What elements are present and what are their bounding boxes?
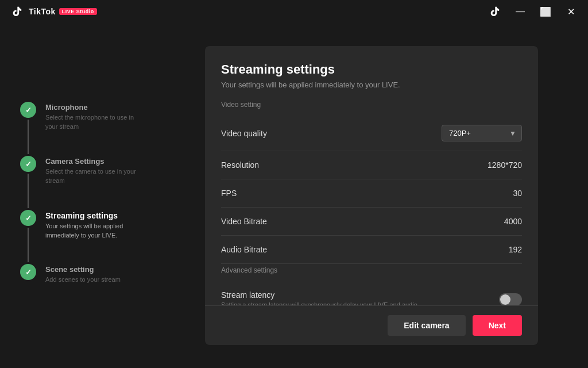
main-layout: ✓ Microphone Select the microphone to us… (0, 23, 588, 368)
check-icon-microphone: ✓ (25, 106, 32, 114)
check-icon-camera: ✓ (25, 160, 32, 168)
resolution-label: Resolution (221, 160, 259, 170)
resolution-value: 1280*720 (488, 160, 522, 170)
wizard-sidebar: ✓ Microphone Select the microphone to us… (0, 23, 178, 368)
tiktok-music-icon (9, 3, 25, 20)
advanced-section: Advanced settings Stream latency Setting… (221, 266, 522, 305)
step-title-streaming: Streaming settings (45, 211, 137, 220)
check-icon-scene: ✓ (25, 268, 32, 277)
step-desc-camera: Select the camera to use in your stream (45, 167, 137, 185)
step-circle-microphone: ✓ (20, 102, 36, 118)
titlebar: TikTok LIVE Studio — ⬜ ✕ (0, 0, 588, 23)
step-content-streaming: Streaming settings Your settings will be… (45, 210, 137, 244)
video-quality-row: Video quality 360P 480P 720P 720P+ 1080P… (221, 116, 522, 151)
settings-footer: Edit camera Next (205, 305, 538, 345)
wizard-step-scene: ✓ Scene setting Add scenes to your strea… (20, 264, 158, 289)
step-circle-streaming: ✓ (20, 210, 36, 226)
app-name: TikTok (29, 7, 56, 16)
video-bitrate-value: 4000 (504, 217, 522, 226)
step-line-2 (28, 174, 29, 208)
audio-bitrate-label: Audio Bitrate (221, 245, 267, 254)
wizard-steps: ✓ Microphone Select the microphone to us… (20, 102, 158, 289)
advanced-section-label: Advanced settings (221, 266, 522, 274)
fps-row: FPS 30 (221, 179, 522, 208)
video-quality-label: Video quality (221, 129, 267, 138)
step-connector-camera: ✓ (20, 156, 36, 210)
audio-bitrate-row: Audio Bitrate 192 (221, 236, 522, 264)
wizard-step-microphone: ✓ Microphone Select the microphone to us… (20, 102, 158, 156)
close-button[interactable]: ✕ (563, 3, 579, 20)
step-content-microphone: Microphone Select the microphone to use … (45, 102, 137, 136)
step-connector-microphone: ✓ (20, 102, 36, 156)
settings-header: Streaming settings Your settings will be… (205, 46, 538, 98)
toggle-knob (500, 294, 510, 305)
step-desc-scene: Add scenes to your stream (45, 275, 121, 284)
live-badge: LIVE Studio (59, 8, 97, 15)
video-quality-select[interactable]: 360P 480P 720P 720P+ 1080P (442, 125, 522, 141)
check-icon-streaming: ✓ (25, 214, 32, 223)
step-desc-microphone: Select the microphone to use in your str… (45, 113, 137, 131)
stream-latency-desc: Setting a stream latency will synchronou… (221, 301, 499, 305)
step-content-camera: Camera Settings Select the camera to use… (45, 156, 137, 190)
stream-latency-title: Stream latency (221, 290, 499, 300)
video-bitrate-label: Video Bitrate (221, 217, 267, 226)
step-title-camera: Camera Settings (45, 157, 137, 166)
video-section-label: Video setting (221, 101, 522, 109)
settings-title: Streaming settings (221, 62, 522, 77)
next-button[interactable]: Next (473, 315, 522, 336)
fps-label: FPS (221, 189, 237, 198)
wizard-step-camera: ✓ Camera Settings Select the camera to u… (20, 156, 158, 210)
stream-latency-header: Stream latency Setting a stream latency … (221, 290, 522, 305)
audio-bitrate-value: 192 (509, 245, 522, 254)
fps-value: 30 (513, 189, 522, 198)
step-title-microphone: Microphone (45, 103, 137, 112)
step-title-scene: Scene setting (45, 265, 121, 274)
video-quality-select-wrapper: 360P 480P 720P 720P+ 1080P ▼ (442, 125, 522, 141)
video-bitrate-row: Video Bitrate 4000 (221, 208, 522, 236)
wizard-step-streaming: ✓ Streaming settings Your settings will … (20, 210, 158, 264)
content-panel: Streaming settings Your settings will be… (178, 23, 588, 368)
step-circle-scene: ✓ (20, 264, 36, 280)
step-line-3 (28, 228, 29, 262)
settings-body: Video setting Video quality 360P 480P 72… (205, 98, 538, 305)
resolution-row: Resolution 1280*720 (221, 151, 522, 179)
stream-latency-row: Stream latency Setting a stream latency … (221, 281, 522, 305)
app-logo: TikTok LIVE Studio (9, 3, 97, 20)
step-circle-camera: ✓ (20, 156, 36, 172)
step-line-1 (28, 120, 29, 154)
maximize-button[interactable]: ⬜ (537, 3, 554, 20)
settings-subtitle: Your settings will be applied immediatel… (221, 80, 522, 89)
step-connector-scene: ✓ (20, 264, 36, 280)
step-desc-streaming: Your settings will be applied immediatel… (45, 222, 137, 240)
stream-latency-toggle[interactable] (499, 293, 522, 306)
stream-latency-info: Stream latency Setting a stream latency … (221, 290, 499, 305)
tiktok-icon-right (487, 3, 503, 20)
settings-card: Streaming settings Your settings will be… (205, 46, 538, 345)
window-controls: — ⬜ ✕ (487, 3, 579, 20)
minimize-button[interactable]: — (512, 3, 528, 20)
edit-camera-button[interactable]: Edit camera (388, 315, 465, 336)
step-connector-streaming: ✓ (20, 210, 36, 264)
step-content-scene: Scene setting Add scenes to your stream (45, 264, 121, 289)
